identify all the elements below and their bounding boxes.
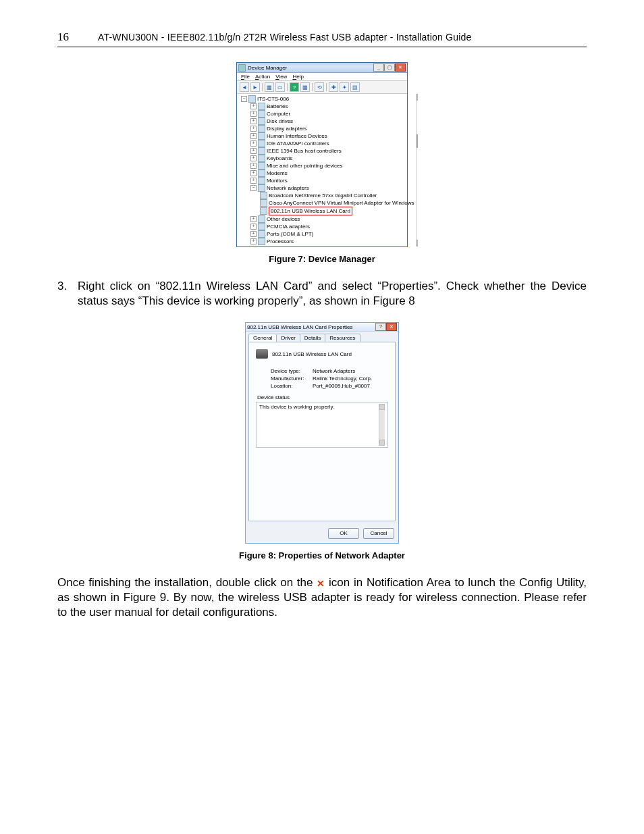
tree-node[interactable]: +Monitors xyxy=(241,177,414,184)
tool-icon[interactable]: ✚ xyxy=(329,82,338,92)
adapter-icon xyxy=(260,199,267,207)
maximize-button[interactable]: ▢ xyxy=(384,63,395,72)
menu-help[interactable]: Help xyxy=(292,74,303,80)
tree-node[interactable]: +Display adapters xyxy=(241,125,414,132)
expand-icon[interactable]: + xyxy=(250,224,257,230)
tree-node[interactable]: +Processors xyxy=(241,238,414,245)
closing-paragraph: Once finishing the installation, double … xyxy=(57,575,587,620)
list-number: 3. xyxy=(57,279,78,309)
dialog-title: 802.11n USB Wireless LAN Card Properties xyxy=(247,324,375,330)
monitor-icon xyxy=(258,177,265,184)
minimize-button[interactable]: _ xyxy=(373,63,384,72)
back-button[interactable]: ◄ xyxy=(240,82,249,92)
dialog-titlebar: 802.11n USB Wireless LAN Card Properties… xyxy=(246,323,398,332)
computer-icon xyxy=(248,95,256,103)
help-button[interactable]: ? xyxy=(375,323,386,331)
tool-icon[interactable]: ▭ xyxy=(275,82,285,92)
tree-node[interactable]: +Human Interface Devices xyxy=(241,132,414,140)
tree-node[interactable]: +IEEE 1394 Bus host controllers xyxy=(241,147,414,155)
tab-driver[interactable]: Driver xyxy=(276,334,300,342)
tool-icon[interactable]: ▦ xyxy=(265,82,274,92)
expand-icon[interactable]: + xyxy=(250,170,257,176)
tree-leaf[interactable]: Cisco AnyConnect VPN Virtual Miniport Ad… xyxy=(241,199,414,207)
expand-icon[interactable]: + xyxy=(250,118,257,124)
expand-icon[interactable]: + xyxy=(250,216,257,222)
tree-node[interactable]: +IDE ATA/ATAPI controllers xyxy=(241,140,414,147)
collapse-icon[interactable]: − xyxy=(250,185,257,191)
device-name: 802.11n USB Wireless LAN Card xyxy=(272,351,352,357)
tree-node[interactable]: +Mice and other pointing devices xyxy=(241,162,414,170)
tree-leaf[interactable]: Broadcom NetXtreme 57xx Gigabit Controll… xyxy=(241,192,414,199)
expand-icon[interactable]: + xyxy=(250,231,257,237)
expand-icon[interactable]: + xyxy=(250,133,257,139)
ide-icon xyxy=(258,140,265,147)
close-button[interactable]: ✕ xyxy=(395,63,406,72)
adapter-icon xyxy=(260,207,267,215)
help-icon[interactable]: ? xyxy=(290,82,299,92)
expand-icon[interactable]: + xyxy=(250,126,257,132)
tree-node[interactable]: +Computer xyxy=(241,110,414,118)
value: Port_#0005.Hub_#0007 xyxy=(313,383,370,389)
menu-file[interactable]: FFileile xyxy=(241,74,250,80)
tab-general[interactable]: General xyxy=(248,334,277,342)
adapter-icon xyxy=(260,192,267,199)
device-status-text: This device is working properly. xyxy=(259,404,379,446)
expand-icon[interactable]: + xyxy=(250,238,257,244)
ports-icon xyxy=(258,230,265,238)
device-manager-window: Device Manager _ ▢ ✕ FFileile Action Vie… xyxy=(236,62,408,247)
page-number: 16 xyxy=(57,30,71,44)
mouse-icon xyxy=(258,162,265,170)
window-titlebar: Device Manager _ ▢ ✕ xyxy=(237,63,407,73)
other-icon xyxy=(258,215,265,223)
tab-resources[interactable]: Resources xyxy=(325,334,360,342)
scroll-thumb[interactable] xyxy=(417,134,418,148)
window-title: Device Manager xyxy=(248,65,373,71)
separator xyxy=(262,83,263,91)
tree-node[interactable]: +Modems xyxy=(241,170,414,177)
hid-icon xyxy=(258,132,265,140)
tool-icon[interactable]: ▤ xyxy=(350,82,360,92)
expand-icon[interactable]: + xyxy=(250,155,257,161)
tool-icon[interactable]: ⟲ xyxy=(315,82,324,92)
cancel-button[interactable]: Cancel xyxy=(363,528,394,539)
battery-icon xyxy=(258,103,265,110)
ieee1394-icon xyxy=(258,147,265,155)
tool-icon[interactable]: ▦ xyxy=(300,82,310,92)
label: Location: xyxy=(271,383,313,389)
menu-action[interactable]: Action xyxy=(255,74,270,80)
expand-icon[interactable]: + xyxy=(250,103,257,109)
processor-icon xyxy=(258,238,265,245)
vertical-scrollbar[interactable] xyxy=(379,404,385,446)
tree-root[interactable]: − ITS-CTS-006 xyxy=(241,95,414,103)
ok-button[interactable]: OK xyxy=(328,528,359,539)
tab-details[interactable]: Details xyxy=(300,334,325,342)
close-button[interactable]: ✕ xyxy=(386,323,397,331)
pcmcia-icon xyxy=(258,223,265,230)
menubar: FFileile Action View Help xyxy=(237,73,407,81)
tool-icon[interactable]: ✦ xyxy=(340,82,349,92)
device-tree[interactable]: − ITS-CTS-006 +Batteries +Computer +Disk… xyxy=(237,94,416,246)
tree-node[interactable]: +Ports (COM & LPT) xyxy=(241,230,414,238)
forward-button[interactable]: ► xyxy=(250,82,260,92)
step-3-text: Right click on “802.11n Wireless LAN Car… xyxy=(78,279,587,309)
expand-icon[interactable]: + xyxy=(250,140,257,147)
collapse-icon[interactable]: − xyxy=(241,96,247,102)
properties-dialog: 802.11n USB Wireless LAN Card Properties… xyxy=(245,322,399,544)
expand-icon[interactable]: + xyxy=(250,148,257,154)
tree-node[interactable]: +Batteries xyxy=(241,103,414,110)
tree-node[interactable]: +PCMCIA adapters xyxy=(241,223,414,230)
menu-view[interactable]: View xyxy=(275,74,287,80)
toolbar: ◄ ► ▦ ▭ ? ▦ ⟲ ✚ ✦ ▤ xyxy=(237,81,407,94)
network-icon xyxy=(258,184,265,192)
expand-icon[interactable]: + xyxy=(250,111,257,117)
vertical-scrollbar[interactable] xyxy=(416,94,417,246)
expand-icon[interactable]: + xyxy=(250,178,257,184)
device-status-label: Device status xyxy=(257,394,388,400)
label: Manufacturer: xyxy=(271,375,313,382)
tree-node-network[interactable]: −Network adapters xyxy=(241,184,414,192)
tree-leaf-highlighted[interactable]: 802.11n USB Wireless LAN Card xyxy=(241,207,414,215)
tree-node[interactable]: +Keyboards xyxy=(241,155,414,162)
expand-icon[interactable]: + xyxy=(250,163,257,169)
tree-node[interactable]: +Disk drives xyxy=(241,118,414,125)
tree-node[interactable]: +Other devices xyxy=(241,215,414,223)
